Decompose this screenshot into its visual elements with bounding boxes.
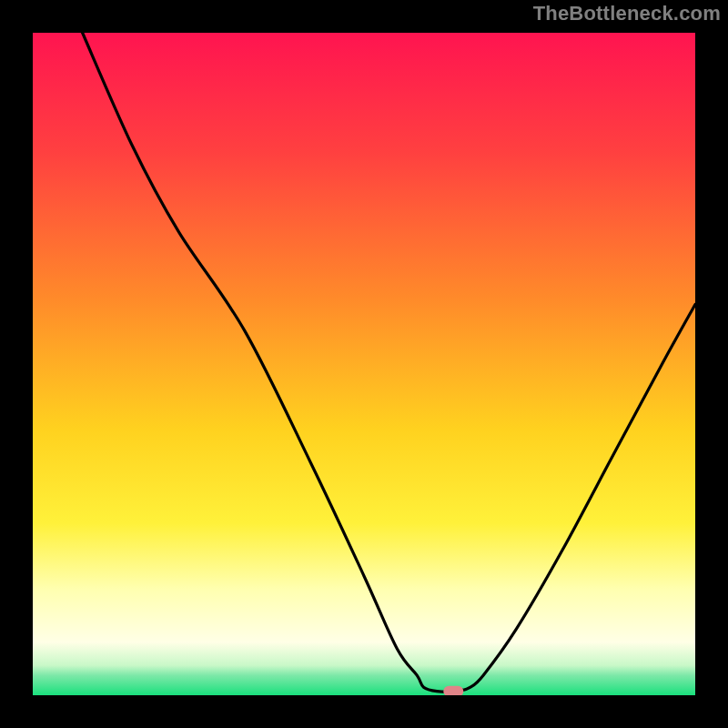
plot-background — [33, 33, 695, 695]
watermark-text: TheBottleneck.com — [533, 2, 721, 25]
optimum-marker — [443, 686, 463, 697]
chart-container: TheBottleneck.com — [0, 0, 728, 728]
bottleneck-chart — [0, 0, 728, 728]
